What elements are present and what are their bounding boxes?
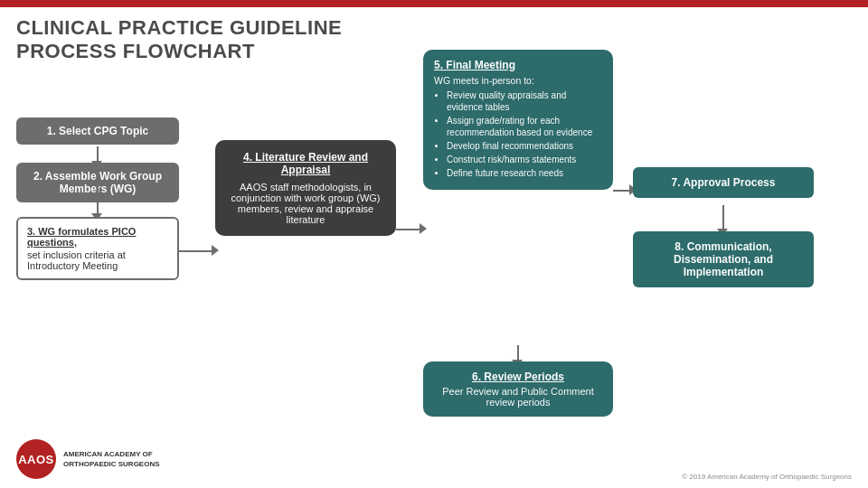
step5-title: 5. Final Meeting [434,59,602,71]
step4-title: 4. Literature Review and Appraisal [226,151,385,176]
step4-body: AAOS staff methodologists, in conjunctio… [226,182,385,225]
step8-box: 8. Communication, Dissemination, and Imp… [633,231,814,287]
step5-bullet3: Develop final recommendations [447,140,602,152]
logo-icon: AAOS [16,439,56,479]
step5-list: Review quality appraisals and evidence t… [434,89,602,179]
step6-box: 6. Review Periods Peer Review and Public… [423,361,613,417]
arrow-4-5-head [420,223,427,234]
arrow-2-3-line [97,152,99,217]
page-title: CLINICAL PRACTICE GUIDELINE PROCESS FLOW… [16,16,342,64]
copyright: © 2019 American Academy of Orthopaedic S… [682,473,852,481]
step4-box: 4. Literature Review and Appraisal AAOS … [215,140,396,236]
logo-text: AMERICAN ACADEMY OF ORTHOPAEDIC SURGEONS [63,449,160,469]
top-bar [0,0,868,7]
arrow-3-4-line [179,250,215,252]
step5-subtitle: WG meets in-person to: [434,75,602,86]
step5-bullet5: Define future research needs [447,167,602,179]
step5-bullet4: Construct risk/harms statements [447,154,602,165]
step1-label: 1. Select CPG Topic [47,125,148,137]
step5-bullet1: Review quality appraisals and evidence t… [447,89,602,113]
step6-title: 6. Review Periods [434,371,602,383]
step3-body: set inclusion criteria at Introductory M… [27,249,126,271]
step7-label: 7. Approval Process [672,176,776,189]
step5-box: 5. Final Meeting WG meets in-person to: … [423,50,613,190]
step3-title: 3. WG formulates PICO questions, [27,226,168,248]
arrow-3-4-head [212,245,219,256]
step8-label: 8. Communication, Dissemination, and Imp… [674,240,773,278]
step7-box: 7. Approval Process [633,167,814,198]
step6-body: Peer Review and Public Comment review pe… [434,386,602,408]
arrow-7-8-line [722,205,724,230]
step5-bullet2: Assign grade/rating for each recommendat… [447,115,602,138]
logo-area: AAOS AMERICAN ACADEMY OF ORTHOPAEDIC SUR… [16,439,160,479]
step1-box: 1. Select CPG Topic [16,117,179,145]
step3-box: 3. WG formulates PICO questions, set inc… [16,217,179,280]
